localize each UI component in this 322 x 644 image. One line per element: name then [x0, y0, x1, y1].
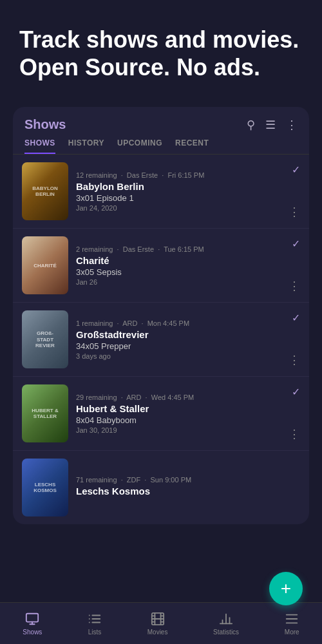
bottom-navigation: Shows Lists Movies Statistics More — [0, 602, 322, 644]
nav-label-shows: Shows — [23, 629, 42, 636]
tabs-bar: SHOWS HISTORY UPCOMING RECENT — [13, 132, 309, 155]
item-more-icon[interactable]: ⋮ — [289, 427, 300, 441]
list-item: BABYLONBERLIN 12 remaining · Das Erste ·… — [13, 155, 309, 229]
show-name: Hubert & Staller — [76, 403, 289, 414]
show-episode: 3x01 Episode 1 — [76, 193, 289, 203]
show-thumbnail: CHARITÉ — [22, 236, 68, 294]
filter-icon[interactable]: ☰ — [265, 118, 276, 132]
film-icon — [151, 612, 165, 626]
more-options-icon[interactable]: ⋮ — [286, 118, 298, 132]
show-name: Leschs Kosmos — [76, 486, 289, 497]
show-name: Charité — [76, 255, 289, 266]
more-icon — [285, 612, 299, 626]
check-icon[interactable]: ✓ — [292, 164, 300, 176]
search-icon[interactable]: ⚲ — [247, 118, 255, 132]
app-card: Shows ⚲ ☰ ⋮ SHOWS HISTORY UPCOMING RECEN… — [13, 107, 309, 524]
tv-icon — [25, 612, 39, 626]
show-date: 3 days ago — [76, 352, 289, 360]
show-date: Jan 24, 2020 — [76, 204, 289, 212]
show-episode: 3x05 Sepsis — [76, 267, 289, 277]
show-episode: 8x04 Babyboom — [76, 415, 289, 425]
header-icons: ⚲ ☰ ⋮ — [247, 118, 298, 132]
card-title: Shows — [24, 117, 66, 132]
show-thumbnail: GROß-STADTREVIER — [22, 310, 68, 368]
show-meta: 29 remaining · ARD · Wed 4:45 PM — [76, 393, 289, 401]
fab-add-button[interactable]: + — [269, 572, 303, 605]
tab-shows[interactable]: SHOWS — [24, 138, 55, 154]
nav-label-more: More — [285, 629, 299, 636]
show-date: Jan 30, 2019 — [76, 426, 289, 434]
show-thumbnail: LESCHSKOSMOS — [22, 459, 68, 516]
show-thumbnail: HUBERT &STALLER — [22, 384, 68, 442]
svg-rect-0 — [26, 613, 38, 621]
show-list: BABYLONBERLIN 12 remaining · Das Erste ·… — [13, 155, 309, 524]
card-header: Shows ⚲ ☰ ⋮ — [13, 107, 309, 132]
tab-upcoming[interactable]: UPCOMING — [117, 138, 162, 154]
nav-label-movies: Movies — [147, 629, 168, 636]
nav-item-more[interactable]: More — [278, 608, 306, 639]
nav-item-statistics[interactable]: Statistics — [207, 608, 245, 639]
hero-title: Track shows and movies. Open Source. No … — [19, 26, 303, 81]
list-item: CHARITÉ 2 remaining · Das Erste · Tue 6:… — [13, 229, 309, 303]
item-more-icon[interactable]: ⋮ — [289, 205, 300, 219]
check-icon[interactable]: ✓ — [292, 386, 300, 398]
nav-item-lists[interactable]: Lists — [81, 608, 108, 639]
bar-chart-icon — [219, 612, 233, 626]
show-thumbnail: BABYLONBERLIN — [22, 162, 68, 220]
show-meta: 1 remaining · ARD · Mon 4:45 PM — [76, 319, 289, 327]
check-icon[interactable]: ✓ — [292, 312, 300, 324]
item-more-icon[interactable]: ⋮ — [289, 279, 300, 293]
nav-label-lists: Lists — [88, 629, 102, 636]
nav-item-shows[interactable]: Shows — [16, 608, 48, 639]
plus-icon: + — [281, 578, 291, 599]
show-name: Großstadtrevier — [76, 329, 289, 340]
hero-section: Track shows and movies. Open Source. No … — [0, 0, 322, 100]
list-item: GROß-STADTREVIER 1 remaining · ARD · Mon… — [13, 303, 309, 377]
tab-recent[interactable]: RECENT — [175, 138, 209, 154]
show-meta: 2 remaining · Das Erste · Tue 6:15 PM — [76, 245, 289, 253]
show-meta: 12 remaining · Das Erste · Fri 6:15 PM — [76, 171, 289, 179]
show-date: Jan 26 — [76, 278, 289, 286]
tab-history[interactable]: HISTORY — [68, 138, 104, 154]
item-more-icon[interactable]: ⋮ — [289, 353, 300, 367]
list-item: LESCHSKOSMOS 71 remaining · ZDF · Sun 9:… — [13, 451, 309, 524]
show-episode: 34x05 Prepper — [76, 341, 289, 351]
list-item: HUBERT &STALLER 29 remaining · ARD · Wed… — [13, 377, 309, 451]
check-icon[interactable]: ✓ — [292, 238, 300, 250]
list-icon — [88, 612, 102, 626]
show-name: Babylon Berlin — [76, 181, 289, 192]
nav-label-statistics: Statistics — [213, 629, 239, 636]
nav-item-movies[interactable]: Movies — [141, 608, 175, 639]
show-meta: 71 remaining · ZDF · Sun 9:00 PM — [76, 476, 289, 484]
